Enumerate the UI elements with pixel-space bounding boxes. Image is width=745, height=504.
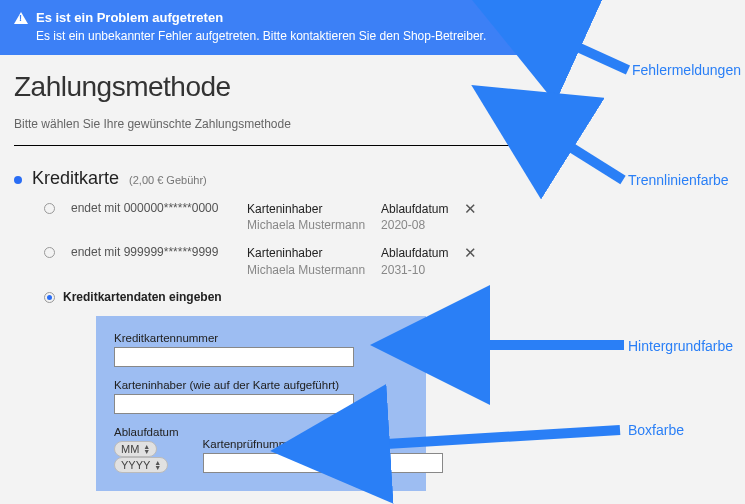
card-holder-input[interactable] <box>114 394 354 414</box>
svg-line-0 <box>562 40 628 70</box>
saved-card-row[interactable]: endet mit 999999******9999 Karteninhaber… <box>44 245 544 277</box>
enter-card-row[interactable]: Kreditkartendaten eingeben <box>44 290 544 304</box>
card-masked: endet mit 000000******0000 <box>71 201 231 215</box>
card-number-input[interactable] <box>114 347 354 367</box>
payment-method-row[interactable]: Kreditkarte (2,00 € Gebühr) <box>14 168 544 189</box>
holder-label: Karteninhaber <box>247 201 365 217</box>
warning-icon <box>14 12 28 24</box>
stepper-icon: ▲▼ <box>143 444 150 454</box>
callout-error: Fehlermeldungen <box>632 62 741 78</box>
error-title: Es ist ein Problem aufgetreten <box>36 10 223 25</box>
payment-method-name: Kreditkarte <box>32 168 119 189</box>
radio-selected-icon <box>14 176 22 184</box>
error-banner: Es ist ein Problem aufgetreten Es ist ei… <box>0 0 558 55</box>
error-message: Es ist ein unbekannter Fehler aufgetrete… <box>36 29 544 43</box>
instruction-text: Bitte wählen Sie Ihre gewünschte Zahlung… <box>14 117 544 146</box>
close-icon[interactable]: ✕ <box>464 201 477 216</box>
radio-selected-icon[interactable] <box>44 292 55 303</box>
expiry-value: 2020-08 <box>381 217 448 233</box>
svg-line-1 <box>556 138 623 180</box>
expiry-label: Ablaufdatum <box>381 201 448 217</box>
payment-method-fee: (2,00 € Gebühr) <box>129 174 207 186</box>
card-masked: endet mit 999999******9999 <box>71 245 231 259</box>
expiry-label: Ablaufdatum <box>381 245 448 261</box>
card-holder-label: Karteninhaber (wie auf der Karte aufgefü… <box>114 379 408 391</box>
stepper-icon: ▲▼ <box>154 460 161 470</box>
holder-value: Michaela Mustermann <box>247 262 365 278</box>
expiry-form-label: Ablaufdatum <box>114 426 179 438</box>
holder-label: Karteninhaber <box>247 245 365 261</box>
enter-card-label: Kreditkartendaten eingeben <box>63 290 222 304</box>
callout-background: Hintergrundfarbe <box>628 338 733 354</box>
saved-card-row[interactable]: endet mit 000000******0000 Karteninhaber… <box>44 201 544 233</box>
expiry-month-select[interactable]: MM ▲▼ <box>114 441 157 457</box>
card-number-label: Kreditkartennummer <box>114 332 408 344</box>
page-title: Zahlungsmethode <box>14 71 544 103</box>
callout-box: Boxfarbe <box>628 422 684 438</box>
holder-value: Michaela Mustermann <box>247 217 365 233</box>
callout-divider: Trennlinienfarbe <box>628 172 729 188</box>
radio-icon[interactable] <box>44 247 55 258</box>
cvv-label: Kartenprüfnummer <box>203 438 443 450</box>
close-icon[interactable]: ✕ <box>464 245 477 260</box>
expiry-value: 2031-10 <box>381 262 448 278</box>
expiry-year-select[interactable]: YYYY ▲▼ <box>114 457 168 473</box>
card-form-box: Kreditkartennummer Karteninhaber (wie au… <box>96 316 426 491</box>
radio-icon[interactable] <box>44 203 55 214</box>
cvv-input[interactable] <box>203 453 443 473</box>
